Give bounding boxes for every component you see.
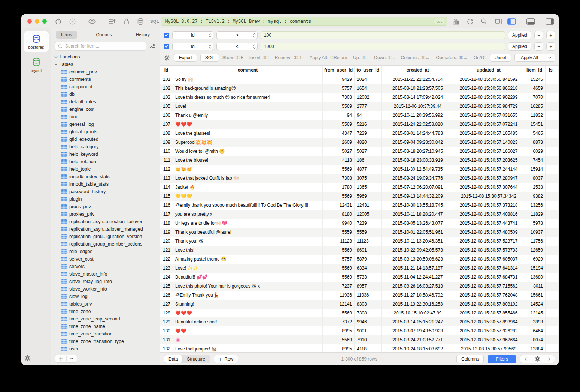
- cell-comment[interactable]: This background is amazing😍: [173, 84, 323, 93]
- cell-item-id[interactable]: 13256: [523, 201, 546, 210]
- cell-id[interactable]: 113: [160, 174, 173, 183]
- cell-created-at[interactable]: 2015-11-27 10:58:46.792: [382, 291, 454, 300]
- cell-from-user-id[interactable]: 8995: [323, 326, 355, 335]
- table-row[interactable]: 126@Emily Thank you💃11936119362015-11-27…: [160, 291, 559, 300]
- cell-id[interactable]: 130: [160, 326, 173, 335]
- cell-created-at[interactable]: 2015-08-14 17:09:42.024: [382, 93, 454, 102]
- cell-is-[interactable]: [546, 264, 559, 273]
- cell-from-user-id[interactable]: 5569: [323, 273, 355, 282]
- cell-item-id[interactable]: 11756: [523, 237, 546, 246]
- cell-is-[interactable]: [546, 138, 559, 147]
- cell-item-id[interactable]: 11829: [523, 210, 546, 219]
- cell-to-user-id[interactable]: 3075: [355, 174, 382, 183]
- cell-item-id[interactable]: 10937: [523, 228, 546, 237]
- tree-group-tables[interactable]: Tables: [51, 61, 160, 68]
- cell-item-id[interactable]: 2893: [523, 317, 546, 326]
- cell-is-[interactable]: [546, 255, 559, 264]
- table-row[interactable]: 118Ur legs are to die for🙌🏻💖994072392015…: [160, 219, 559, 228]
- database-icon[interactable]: [136, 17, 145, 26]
- filter-applied-button[interactable]: Applied: [508, 42, 531, 51]
- remove-filter-button[interactable]: −: [534, 42, 543, 51]
- column-header-item-id[interactable]: item_id: [523, 66, 546, 75]
- table-row[interactable]: 115💛💛💛556959692015-09-13 14:44:32.209201…: [160, 192, 559, 201]
- column-header-to-user-id[interactable]: to_user_id: [355, 66, 382, 75]
- cell-created-at[interactable]: 2015-10-30 13:55:18.745: [382, 201, 454, 210]
- apply-all-chevron-icon[interactable]: [544, 57, 555, 59]
- cell-id[interactable]: 131: [160, 335, 173, 344]
- cell-id[interactable]: 118: [160, 219, 173, 228]
- cell-comment[interactable]: Amazing pastel theme 😬: [173, 255, 323, 264]
- sidebar-table-item[interactable]: servers: [51, 263, 160, 270]
- cell-item-id[interactable]: 8074: [523, 335, 546, 344]
- cell-created-at[interactable]: 2015-10-11 13:20:46.351: [382, 237, 454, 246]
- cell-created-at[interactable]: 2015-08-18 20:27:10.945: [382, 147, 454, 156]
- cell-id[interactable]: 126: [160, 291, 173, 300]
- sidebar-table-item[interactable]: help_category: [51, 143, 160, 151]
- cell-from-user-id[interactable]: 4347: [323, 129, 355, 138]
- cell-item-id[interactable]: 5465: [523, 129, 546, 138]
- cell-id[interactable]: 128: [160, 309, 173, 317]
- table-row[interactable]: 122Amazing pastel theme 😬575758792015-08…: [160, 255, 559, 264]
- cell-is-[interactable]: [546, 93, 559, 102]
- cell-updated-at[interactable]: 2015-12-08 15:30:57.855466: [454, 309, 523, 317]
- cell-created-at[interactable]: 2015-08-01 14:24:44.783: [382, 129, 454, 138]
- cell-created-at[interactable]: 2015-10-01 22:05:51.961: [382, 228, 454, 237]
- cell-to-user-id[interactable]: 5733: [355, 273, 382, 282]
- tab-queries[interactable]: Queries: [91, 31, 117, 39]
- table-row[interactable]: 125Love this photo! Your hair is gorgeou…: [160, 282, 559, 291]
- cell-comment[interactable]: ❤️❤️❤️: [173, 120, 323, 129]
- cell-from-user-id[interactable]: 5569: [323, 246, 355, 255]
- sql-editor-icon[interactable]: SQL: [150, 19, 159, 24]
- table-row[interactable]: 103Love this dress so much 😍 so nice for…: [160, 93, 559, 102]
- cell-item-id[interactable]: 12884: [523, 344, 546, 352]
- cell-updated-at[interactable]: 2015-12-08 15:30:57.523717: [454, 237, 523, 246]
- cell-id[interactable]: 117: [160, 210, 173, 219]
- cell-updated-at[interactable]: 2015-12-08 15:30:57.072241: [454, 120, 523, 129]
- table-row[interactable]: 121Love this!556986912015-10-22 09:42:05…: [160, 246, 559, 255]
- sidebar-table-item[interactable]: time_zone_transition_type: [51, 338, 160, 345]
- sidebar-table-item[interactable]: replication_grou...iguration_version: [51, 233, 160, 240]
- tab-items[interactable]: Items: [56, 31, 77, 39]
- sidebar-table-item[interactable]: help_topic: [51, 165, 160, 173]
- filter-settings-gear-icon[interactable]: [164, 55, 170, 61]
- cell-item-id[interactable]: 14524: [523, 300, 546, 309]
- sidebar-table-item[interactable]: plugin: [51, 195, 160, 203]
- cell-id[interactable]: 122: [160, 255, 173, 264]
- sidebar-table-item[interactable]: help_keyword: [51, 151, 160, 158]
- lock-icon[interactable]: [122, 17, 131, 26]
- refresh-icon[interactable]: [465, 17, 474, 26]
- table-row[interactable]: 111Love the blouse!41181862015-08-18 23:…: [160, 156, 559, 165]
- cell-updated-at[interactable]: 2015-12-08 15:30:57.280947: [454, 174, 523, 183]
- cell-is-[interactable]: [546, 344, 559, 352]
- cell-created-at[interactable]: 2015-10-11 18:28:20.447: [382, 210, 454, 219]
- sidebar-table-item[interactable]: tables_priv: [51, 300, 160, 308]
- cell-from-user-id[interactable]: 8180: [323, 210, 355, 219]
- cell-created-at[interactable]: 2015-08-18 23:00:33.919: [382, 156, 454, 165]
- cell-is-[interactable]: [546, 183, 559, 192]
- cell-comment[interactable]: Love this dress so much 😍 so nice for su…: [173, 93, 323, 102]
- cell-created-at[interactable]: 2015-08-24 21:08:52.771: [382, 335, 454, 344]
- sidebar-table-item[interactable]: default_roles: [51, 98, 160, 106]
- cell-to-user-id[interactable]: 4820: [355, 138, 382, 147]
- cell-updated-at[interactable]: 2015-12-08 15:30:57.203625: [454, 156, 523, 165]
- table-row[interactable]: 108Love the glasses!434772392015-08-01 1…: [160, 129, 559, 138]
- cell-updated-at[interactable]: 2015-12-08 15:30:57.480509: [454, 228, 523, 237]
- table-row[interactable]: 105Love!556927772015-12-06 10:37:39.4420…: [160, 102, 559, 111]
- cell-comment[interactable]: So fly 🙌🏻: [173, 75, 323, 84]
- layout-columns-icon[interactable]: [493, 17, 502, 26]
- cell-id[interactable]: 111: [160, 156, 173, 165]
- sidebar-table-item[interactable]: global_grants: [51, 128, 160, 136]
- cell-from-user-id[interactable]: 5027: [323, 147, 355, 156]
- filter-operator-select[interactable]: <: [216, 43, 258, 50]
- cell-item-id[interactable]: 15661: [523, 291, 546, 300]
- cell-updated-at[interactable]: 2015-12-08 15:30:57.573733: [454, 246, 523, 255]
- cell-updated-at[interactable]: 2015-12-08 15:30:57.893964: [454, 317, 523, 326]
- cell-updated-at[interactable]: 2015-12-08 15:30:57.140823: [454, 138, 523, 147]
- cell-comment[interactable]: Love this photo! Your hair is gorgeous 😘…: [173, 282, 323, 291]
- cell-id[interactable]: 129: [160, 317, 173, 326]
- cell-is-[interactable]: [546, 228, 559, 237]
- cell-to-user-id[interactable]: 7910: [355, 335, 382, 344]
- cell-updated-at[interactable]: 2015-12-08 15:30:57.962664: [454, 335, 523, 344]
- cell-from-user-id[interactable]: 5559: [323, 228, 355, 237]
- filter-operator-select[interactable]: >: [216, 31, 258, 39]
